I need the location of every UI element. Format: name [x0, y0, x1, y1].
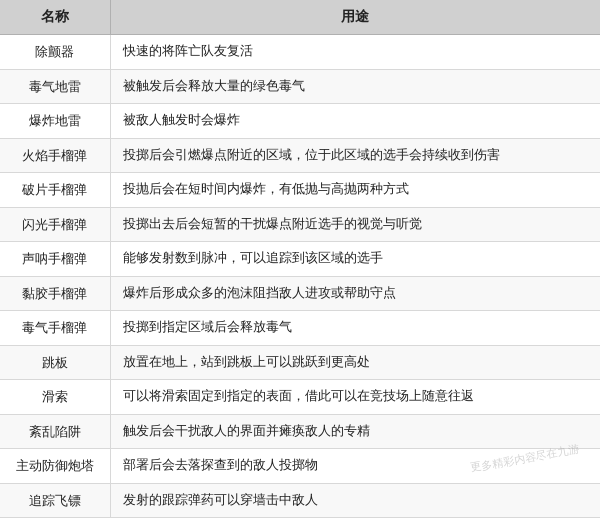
- table-row: 主动防御炮塔部署后会去落探查到的敌人投掷物: [0, 449, 600, 484]
- cell-name: 毒气手榴弹: [0, 311, 110, 346]
- table-row: 跳板放置在地上，站到跳板上可以跳跃到更高处: [0, 345, 600, 380]
- cell-desc: 投掷到指定区域后会释放毒气: [110, 311, 600, 346]
- cell-desc: 投掷后会引燃爆点附近的区域，位于此区域的选手会持续收到伤害: [110, 138, 600, 173]
- cell-name: 滑索: [0, 380, 110, 415]
- cell-name: 闪光手榴弹: [0, 207, 110, 242]
- table-row: 毒气地雷被触发后会释放大量的绿色毒气: [0, 69, 600, 104]
- items-table: 名称 用途 除颤器快速的将阵亡队友复活毒气地雷被触发后会释放大量的绿色毒气爆炸地…: [0, 0, 600, 518]
- table-row: 追踪飞镖发射的跟踪弹药可以穿墙击中敌人: [0, 483, 600, 518]
- cell-desc: 投掷出去后会短暂的干扰爆点附近选手的视觉与听觉: [110, 207, 600, 242]
- table-row: 火焰手榴弹投掷后会引燃爆点附近的区域，位于此区域的选手会持续收到伤害: [0, 138, 600, 173]
- cell-name: 主动防御炮塔: [0, 449, 110, 484]
- main-container: 名称 用途 除颤器快速的将阵亡队友复活毒气地雷被触发后会释放大量的绿色毒气爆炸地…: [0, 0, 600, 526]
- table-row: 爆炸地雷被敌人触发时会爆炸: [0, 104, 600, 139]
- cell-name: 除颤器: [0, 35, 110, 70]
- table-row: 黏胶手榴弹爆炸后形成众多的泡沫阻挡敌人进攻或帮助守点: [0, 276, 600, 311]
- cell-desc: 被敌人触发时会爆炸: [110, 104, 600, 139]
- cell-desc: 被触发后会释放大量的绿色毒气: [110, 69, 600, 104]
- cell-desc: 放置在地上，站到跳板上可以跳跃到更高处: [110, 345, 600, 380]
- cell-desc: 触发后会干扰敌人的界面并瘫痪敌人的专精: [110, 414, 600, 449]
- cell-desc: 投抛后会在短时间内爆炸，有低抛与高抛两种方式: [110, 173, 600, 208]
- cell-name: 跳板: [0, 345, 110, 380]
- table-row: 声呐手榴弹能够发射数到脉冲，可以追踪到该区域的选手: [0, 242, 600, 277]
- cell-desc: 可以将滑索固定到指定的表面，借此可以在竞技场上随意往返: [110, 380, 600, 415]
- cell-name: 爆炸地雷: [0, 104, 110, 139]
- cell-name: 黏胶手榴弹: [0, 276, 110, 311]
- table-wrapper: 名称 用途 除颤器快速的将阵亡队友复活毒气地雷被触发后会释放大量的绿色毒气爆炸地…: [0, 0, 600, 526]
- table-row: 毒气手榴弹投掷到指定区域后会释放毒气: [0, 311, 600, 346]
- cell-name: 破片手榴弹: [0, 173, 110, 208]
- cell-desc: 爆炸后形成众多的泡沫阻挡敌人进攻或帮助守点: [110, 276, 600, 311]
- cell-desc: 部署后会去落探查到的敌人投掷物: [110, 449, 600, 484]
- table-row: 滑索可以将滑索固定到指定的表面，借此可以在竞技场上随意往返: [0, 380, 600, 415]
- table-header-row: 名称 用途: [0, 0, 600, 35]
- table-row: 闪光手榴弹投掷出去后会短暂的干扰爆点附近选手的视觉与听觉: [0, 207, 600, 242]
- table-row: 紊乱陷阱触发后会干扰敌人的界面并瘫痪敌人的专精: [0, 414, 600, 449]
- header-desc: 用途: [110, 0, 600, 35]
- cell-name: 追踪飞镖: [0, 483, 110, 518]
- cell-name: 火焰手榴弹: [0, 138, 110, 173]
- cell-desc: 快速的将阵亡队友复活: [110, 35, 600, 70]
- cell-desc: 发射的跟踪弹药可以穿墙击中敌人: [110, 483, 600, 518]
- table-row: 破片手榴弹投抛后会在短时间内爆炸，有低抛与高抛两种方式: [0, 173, 600, 208]
- cell-desc: 能够发射数到脉冲，可以追踪到该区域的选手: [110, 242, 600, 277]
- header-name: 名称: [0, 0, 110, 35]
- table-row: 除颤器快速的将阵亡队友复活: [0, 35, 600, 70]
- cell-name: 紊乱陷阱: [0, 414, 110, 449]
- cell-name: 声呐手榴弹: [0, 242, 110, 277]
- cell-name: 毒气地雷: [0, 69, 110, 104]
